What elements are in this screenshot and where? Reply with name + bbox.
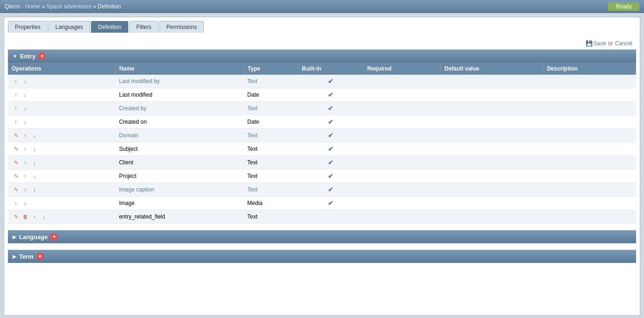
move-up-button[interactable]: ↑ — [21, 172, 29, 180]
type-link[interactable]: Text — [247, 132, 257, 139]
builtin-cell: ✔ — [298, 142, 363, 156]
entry-toggle-icon: ▼ — [13, 54, 17, 59]
type-cell: Text — [243, 142, 298, 156]
description-cell — [543, 88, 636, 102]
move-up-button[interactable]: ↑ — [21, 145, 29, 153]
required-cell — [363, 75, 441, 88]
builtin-check: ✔ — [328, 132, 333, 139]
name-link[interactable]: Image caption — [119, 186, 154, 193]
move-down-button[interactable]: ↓ — [30, 145, 39, 153]
language-section-header[interactable]: ▶ Language + — [8, 230, 636, 243]
default-value-cell — [440, 129, 543, 142]
move-up-button[interactable]: ↑ — [30, 212, 39, 221]
ops-cell: ✎↑↓ — [8, 156, 115, 170]
move-up-button[interactable]: ↑ — [21, 158, 29, 167]
breadcrumb-home[interactable]: Home — [25, 3, 40, 10]
move-down-button[interactable]: ↓ — [30, 185, 39, 194]
description-cell — [543, 210, 636, 224]
tab-languages[interactable]: Languages — [48, 21, 90, 33]
term-add-button[interactable]: + — [36, 253, 44, 260]
tab-permissions[interactable]: Permissions — [159, 21, 204, 33]
tab-definition[interactable]: Definition — [91, 21, 128, 33]
required-cell — [363, 142, 441, 156]
type-cell: Text — [243, 170, 298, 183]
save-icon: 💾 — [586, 40, 593, 47]
move-up-button[interactable]: ↑ — [21, 185, 29, 194]
term-section-label: Term — [19, 253, 34, 260]
move-down-button[interactable]: ↓ — [21, 77, 29, 85]
ops-cell: ✎↑↓ — [8, 142, 115, 156]
builtin-check: ✔ — [328, 118, 333, 126]
builtin-check: ✔ — [328, 78, 333, 85]
cancel-button[interactable]: Cancel — [615, 40, 632, 47]
move-up-button[interactable]: ↑ — [12, 104, 20, 113]
term-section: ▶ Term + — [8, 250, 636, 263]
breadcrumb-section[interactable]: Space adventures — [46, 3, 91, 10]
move-up-button[interactable]: ↑ — [12, 118, 20, 126]
breadcrumb-arrow1: » — [42, 3, 46, 10]
table-row: ↑↓Last modified byText✔ — [8, 75, 636, 88]
type-link[interactable]: Text — [247, 186, 257, 193]
builtin-cell: ✔ — [298, 102, 363, 115]
entry-table: Operations Name Type Built-in Required D… — [8, 63, 636, 224]
move-down-button[interactable]: ↓ — [40, 212, 48, 221]
move-up-button[interactable]: ↑ — [21, 131, 29, 140]
name-link[interactable]: Last modified by — [119, 78, 159, 85]
required-cell — [363, 197, 441, 210]
move-down-button[interactable]: ↓ — [30, 172, 39, 180]
entry-add-button[interactable]: + — [38, 52, 46, 60]
edit-button[interactable]: ✎ — [12, 172, 20, 180]
default-value-cell — [440, 102, 543, 115]
ops-cell: ↑↓ — [8, 75, 115, 88]
name-link[interactable]: Domain — [119, 132, 138, 139]
or-text: or — [608, 40, 613, 47]
move-down-button[interactable]: ↓ — [21, 104, 29, 113]
ops-cell: ✎↑↓ — [8, 170, 115, 183]
move-up-button[interactable]: ↑ — [12, 91, 20, 99]
save-button[interactable]: Save — [594, 40, 606, 47]
edit-button[interactable]: ✎ — [12, 212, 20, 221]
move-up-button[interactable]: ↑ — [12, 199, 20, 207]
move-up-button[interactable]: ↑ — [12, 77, 20, 85]
col-required: Required — [363, 63, 441, 75]
status-badge: Ready — [608, 2, 639, 11]
required-cell — [363, 210, 441, 224]
edit-button[interactable]: ✎ — [12, 158, 20, 167]
move-down-button[interactable]: ↓ — [30, 131, 39, 140]
tabs-bar: Properties Languages Definition Filters … — [8, 21, 636, 33]
required-cell — [363, 129, 441, 142]
type-cell: Text — [243, 210, 298, 224]
move-down-button[interactable]: ↓ — [21, 91, 29, 99]
default-value-cell — [440, 210, 543, 224]
required-cell — [363, 102, 441, 115]
language-section: ▶ Language + — [8, 230, 636, 243]
default-value-cell — [440, 115, 543, 129]
type-link[interactable]: Text — [247, 105, 257, 112]
edit-button[interactable]: ✎ — [12, 131, 20, 140]
name-link[interactable]: Created by — [119, 105, 146, 112]
tab-filters[interactable]: Filters — [129, 21, 159, 33]
move-down-button[interactable]: ↓ — [30, 158, 39, 167]
default-value-cell — [440, 170, 543, 183]
table-row: ✎🗑↑↓entry_related_fieldText — [8, 210, 636, 224]
table-row: ✎↑↓SubjectText✔ — [8, 142, 636, 156]
term-section-header[interactable]: ▶ Term + — [8, 250, 636, 263]
edit-button[interactable]: ✎ — [12, 145, 20, 153]
entry-section-header[interactable]: ▼ Entry + — [8, 49, 636, 63]
type-cell: Text — [243, 129, 298, 142]
default-value-cell — [440, 183, 543, 197]
edit-button[interactable]: ✎ — [12, 185, 20, 194]
ops-cell: ✎🗑↑↓ — [8, 210, 115, 224]
move-down-button[interactable]: ↓ — [21, 199, 29, 207]
builtin-cell: ✔ — [298, 129, 363, 142]
name-cell: Image — [115, 197, 243, 210]
table-row: ✎↑↓DomainText✔ — [8, 129, 636, 142]
move-down-button[interactable]: ↓ — [21, 118, 29, 126]
type-link[interactable]: Text — [247, 78, 257, 85]
tab-properties[interactable]: Properties — [8, 21, 48, 33]
language-add-button[interactable]: + — [50, 233, 58, 240]
delete-button[interactable]: 🗑 — [21, 212, 29, 221]
table-row: ↑↓ImageMedia✔ — [8, 197, 636, 210]
required-cell — [363, 156, 441, 170]
builtin-cell — [298, 210, 363, 224]
